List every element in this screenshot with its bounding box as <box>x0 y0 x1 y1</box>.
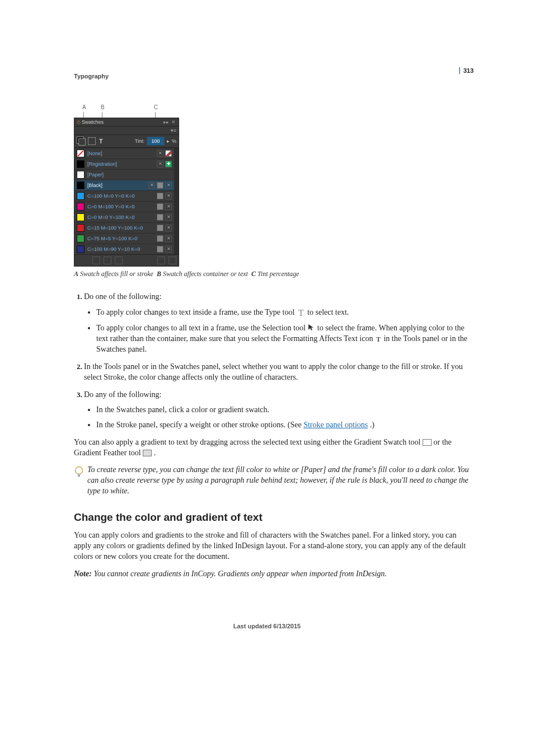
swatch-name: [Registration] <box>87 161 154 167</box>
swatch-name: [Black] <box>87 183 146 188</box>
noedit-icon: ✕ <box>157 161 163 167</box>
noedit-icon: ✕ <box>165 193 172 199</box>
swatches-panel[interactable]: ◇ Swatches ▸▸ ✕ ▾≡ T Tint: ▸ % <box>74 118 179 267</box>
swatch-row[interactable]: C=75 M=5 Y=100 K=0✕ <box>74 233 174 244</box>
swatch-name: C=100 M=90 Y=10 K=0 <box>87 246 154 252</box>
swatch-name: C=15 M=100 Y=100 K=0 <box>87 225 154 231</box>
noedit-icon: ✕ <box>165 203 172 210</box>
gradient-paragraph: You can also apply a gradient to text by… <box>74 437 472 459</box>
none-icon <box>165 150 172 157</box>
show-gradient-swatches-icon[interactable] <box>115 256 123 264</box>
section-heading: Change the color and gradient of text <box>74 511 472 524</box>
swatch-row[interactable]: C=0 M=100 Y=0 K=0✕ <box>74 201 174 212</box>
swatch-name: C=0 M=100 Y=0 K=0 <box>87 204 154 209</box>
collapse-icon[interactable]: ▸▸ <box>163 119 169 125</box>
selection-tool-icon <box>307 324 315 333</box>
colormode-icon <box>157 225 163 231</box>
swatch-name: C=0 M=0 Y=100 K=0 <box>87 214 154 220</box>
colormode-icon <box>157 203 163 210</box>
note: Note: You cannot create gradients in InC… <box>74 569 472 580</box>
tint-label: Tint: <box>135 138 144 144</box>
swatch-chip <box>77 160 85 168</box>
swatch-row[interactable]: C=100 M=90 Y=10 K=0✕ <box>74 244 174 254</box>
step-3: Do any of the following: In the Swatches… <box>84 390 472 431</box>
swatch-row[interactable]: C=100 M=0 Y=0 K=0✕ <box>74 190 174 201</box>
svg-rect-3 <box>78 475 80 477</box>
swatch-name: C=100 M=0 Y=0 K=0 <box>87 193 154 199</box>
noedit-icon: ✕ <box>165 235 172 242</box>
gradient-feather-tool-icon <box>143 450 152 456</box>
swatches-panel-figure: A B C ◇ Swatches ▸▸ ✕ ▾≡ <box>74 104 472 267</box>
swatch-name: [None] <box>87 151 154 156</box>
swatch-chip <box>77 192 85 200</box>
swatch-name: [Paper] <box>87 172 169 178</box>
noedit-icon: ✕ <box>148 182 155 189</box>
tip-block: To create reverse type, you can change t… <box>74 465 472 497</box>
svg-marker-0 <box>308 324 313 330</box>
new-swatch-icon[interactable] <box>157 256 165 264</box>
close-icon[interactable]: ✕ <box>171 119 176 125</box>
show-color-swatches-icon[interactable] <box>104 256 111 264</box>
swatch-chip <box>77 245 85 253</box>
swatch-row[interactable]: C=15 M=100 Y=100 K=0✕ <box>74 222 174 233</box>
swatch-chip <box>77 150 85 157</box>
fill-stroke-proxy-icon[interactable] <box>77 137 86 146</box>
noedit-icon: ✕ <box>165 225 172 231</box>
step-1-bullet-1: To apply color changes to text inside a … <box>96 307 472 319</box>
step-3-bullet-1: In the Swatches panel, click a color or … <box>96 405 472 416</box>
gradient-swatch-tool-icon <box>423 439 432 446</box>
type-tool-icon: T <box>297 307 306 319</box>
swatch-chip <box>77 181 85 189</box>
callout-A: A <box>82 104 86 110</box>
section-body: You can apply colors and gradients to th… <box>74 530 472 562</box>
swatch-row[interactable]: C=0 M=0 Y=100 K=0✕ <box>74 212 174 222</box>
swatch-chip <box>77 213 85 221</box>
colormode-icon <box>157 182 163 189</box>
swatch-row[interactable]: [Paper] <box>74 169 174 180</box>
footer-last-updated: Last updated 6/13/2015 <box>0 623 534 629</box>
tint-arrow-icon[interactable]: ▸ <box>167 138 170 144</box>
noedit-icon: ✕ <box>157 150 163 157</box>
chapter-title: Typography <box>74 73 472 80</box>
show-all-swatches-icon[interactable] <box>92 256 100 264</box>
colormode-icon <box>157 246 163 253</box>
scrollbar[interactable] <box>174 148 179 254</box>
tint-suffix: % <box>172 138 176 144</box>
svg-point-1 <box>76 467 83 474</box>
step-2: In the Tools panel or in the Swatches pa… <box>84 362 472 383</box>
panel-title: Swatches <box>82 119 104 125</box>
swatch-row[interactable]: [Black]✕✕ <box>74 180 174 190</box>
swatch-chip <box>77 203 85 211</box>
formatting-text-icon[interactable]: T <box>98 138 104 144</box>
page-number: 313 <box>459 67 474 74</box>
swatch-chip <box>77 171 85 179</box>
swatch-name: C=75 M=5 Y=100 K=0 <box>87 236 154 241</box>
noedit-icon: ✕ <box>165 246 172 253</box>
svg-rect-2 <box>78 474 81 475</box>
noedit-icon: ✕ <box>165 214 172 221</box>
colormode-icon <box>157 214 163 221</box>
callout-B: B <box>101 104 105 110</box>
delete-swatch-icon[interactable] <box>168 256 176 264</box>
figure-caption: A Swatch affects fill or stroke B Swatch… <box>74 270 472 278</box>
tint-value-input[interactable] <box>147 137 165 146</box>
step-1: Do one of the following: To apply color … <box>84 292 472 355</box>
step-1-bullet-2: To apply color changes to all text in a … <box>96 323 472 355</box>
panel-menu-icon[interactable]: ▾≡ <box>171 128 176 133</box>
noedit-icon: ✕ <box>165 182 172 189</box>
colormode-icon <box>157 193 163 199</box>
tip-text: To create reverse type, you can change t… <box>87 465 472 497</box>
callout-C: C <box>154 104 158 110</box>
step-3-bullet-2: In the Stroke panel, specify a weight or… <box>96 420 472 431</box>
formatting-container-icon[interactable] <box>88 137 96 145</box>
colormode-icon <box>157 235 163 242</box>
swatch-row[interactable]: [None]✕ <box>74 148 174 158</box>
lightbulb-icon <box>74 466 84 478</box>
swatch-list[interactable]: [None]✕[Registration]✕✚[Paper][Black]✕✕C… <box>74 148 174 254</box>
stroke-panel-options-link[interactable]: Stroke panel options <box>303 421 368 429</box>
registration-icon: ✚ <box>165 161 172 167</box>
swatch-chip <box>77 224 85 232</box>
swatch-chip <box>77 235 85 242</box>
swatch-row[interactable]: [Registration]✕✚ <box>74 158 174 169</box>
formatting-affects-text-icon: T <box>375 335 382 344</box>
